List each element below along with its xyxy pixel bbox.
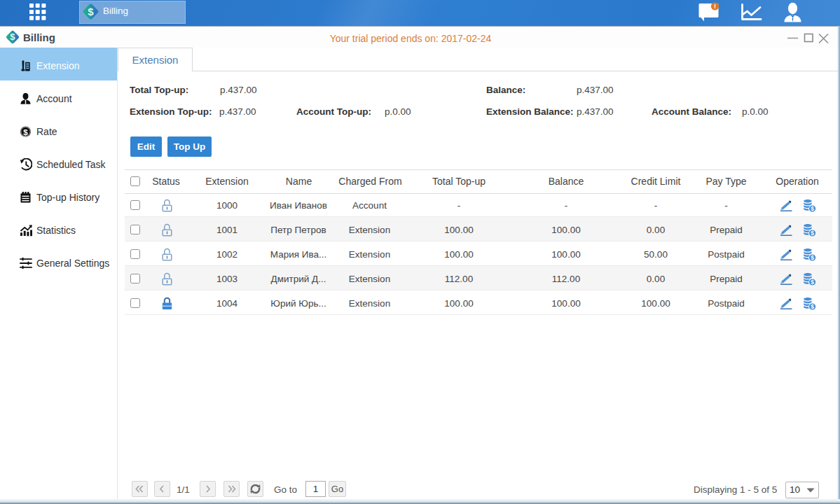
svg-text:$: $ (811, 253, 814, 260)
svg-text:$: $ (811, 278, 814, 285)
svg-text:!: ! (714, 3, 716, 10)
svg-text:$: $ (811, 302, 814, 309)
svg-text:$: $ (23, 127, 28, 136)
svg-text:$: $ (811, 229, 814, 236)
svg-text:$: $ (88, 6, 94, 18)
svg-text:$: $ (811, 204, 814, 211)
